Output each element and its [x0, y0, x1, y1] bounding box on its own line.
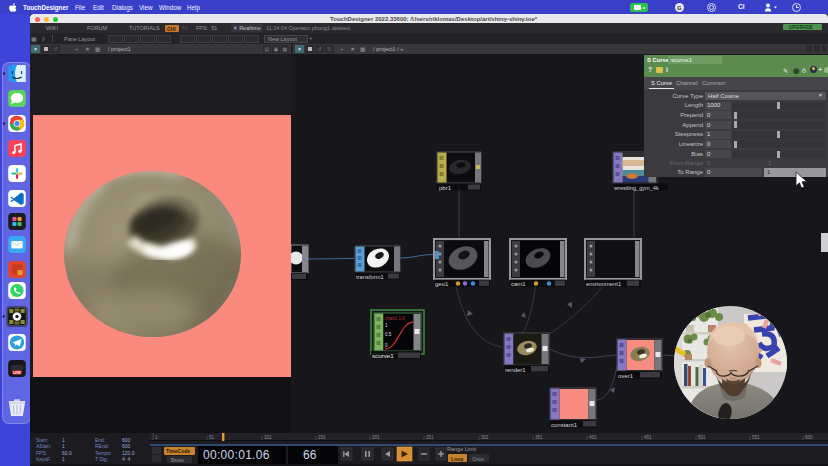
svg-text:151: 151	[318, 435, 326, 440]
svg-text:501: 501	[698, 435, 706, 440]
svg-text:environment1: environment1	[586, 281, 621, 287]
svg-text:render1: render1	[505, 367, 526, 373]
svg-text:101: 101	[264, 435, 272, 440]
svg-text:over1: over1	[618, 373, 634, 379]
svg-text:wrestling_gym_4k: wrestling_gym_4k	[613, 185, 659, 191]
svg-text:pbr1: pbr1	[439, 185, 452, 191]
svg-text:geo1: geo1	[435, 281, 449, 287]
svg-text:1: 1	[155, 435, 158, 440]
svg-text:401: 401	[589, 435, 597, 440]
svg-text:0.5: 0.5	[385, 332, 392, 337]
svg-text:chan1 1.0: chan1 1.0	[385, 316, 405, 321]
svg-text:201: 201	[372, 435, 380, 440]
svg-text:transform1: transform1	[356, 274, 384, 280]
svg-text:351: 351	[535, 435, 543, 440]
svg-text:551: 551	[752, 435, 760, 440]
svg-text:LIVE: LIVE	[13, 371, 21, 375]
svg-text:301: 301	[481, 435, 489, 440]
svg-text:scurve1: scurve1	[372, 352, 394, 359]
svg-text:451: 451	[644, 435, 652, 440]
svg-text:cam1: cam1	[511, 281, 526, 287]
svg-text:51: 51	[209, 435, 215, 440]
svg-text:251: 251	[426, 435, 434, 440]
svg-text:constant1: constant1	[551, 422, 578, 428]
svg-text:600: 600	[805, 435, 813, 440]
